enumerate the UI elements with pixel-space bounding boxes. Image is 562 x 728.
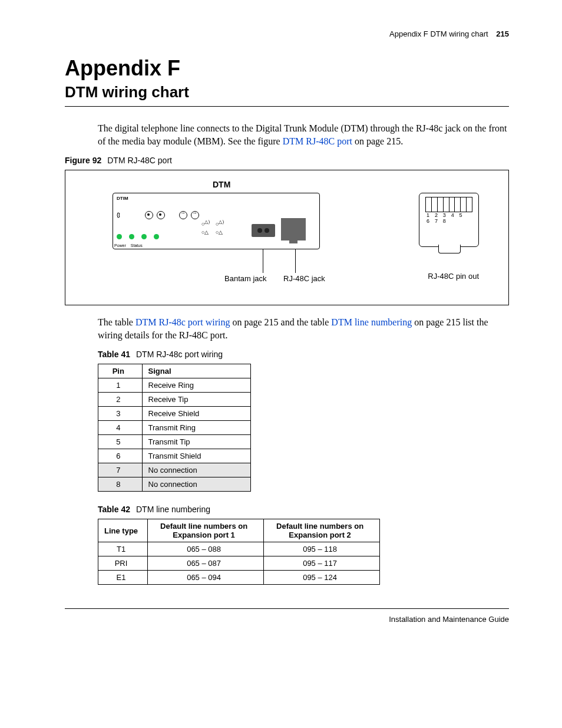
indicator-shapes: ○△)○△) ○△○△	[201, 219, 224, 235]
table-row: 5Transmit Tip	[98, 435, 251, 449]
callout-line	[263, 249, 263, 273]
col-signal: Signal	[142, 364, 250, 378]
table-row: 8No connection	[98, 477, 251, 492]
led-icon	[154, 234, 159, 239]
figure-92-caption: Figure 92DTM RJ-48C port	[65, 156, 509, 165]
xref-table-41[interactable]: DTM RJ-48c port wiring	[135, 317, 230, 327]
figure-dtm-label: DTM	[213, 180, 230, 189]
col-linetype: Line type	[98, 519, 148, 542]
table-41: Pin Signal 1Receive Ring2Receive Tip3Rec…	[98, 364, 251, 492]
callout-line	[295, 249, 296, 273]
port-arrow-icon	[191, 211, 199, 219]
title-rule	[65, 106, 509, 107]
running-header: Appendix F DTM wiring chart 215	[65, 29, 509, 38]
port-icon	[157, 211, 165, 219]
table-42-caption: Table 42DTM line numbering	[98, 505, 509, 514]
xref-dtm-rj48c-port[interactable]: DTM RJ-48C port	[283, 136, 352, 146]
footer-text: Installation and Maintenance Guide	[65, 615, 509, 624]
figure-92-box: DTM DTIM ○△)○△) ○△○△	[65, 170, 509, 305]
intro-paragraph-1: The digital telephone line connects to t…	[98, 122, 509, 147]
col-exp2: Default line numbers on Expansion port 2	[264, 519, 380, 542]
table-41-caption: Table 41DTM RJ-48c port wiring	[98, 350, 509, 359]
appendix-subtitle: DTM wiring chart	[65, 83, 509, 101]
table-row: 4Transmit Ring	[98, 421, 251, 435]
rj48c-pinout-icon: 1 2 3 4 5 6 7 8	[419, 193, 479, 247]
port-icon	[145, 211, 153, 219]
xref-table-42[interactable]: DTM line numbering	[331, 317, 412, 327]
rj48c-jack-icon	[281, 218, 306, 241]
callout-rj48c-jack: RJ-48C jack	[283, 274, 325, 283]
table-42: Line type Default line numbers on Expans…	[98, 519, 380, 585]
table-row: 2Receive Tip	[98, 393, 251, 407]
page-number: 215	[496, 29, 509, 38]
footer-rule	[65, 608, 509, 609]
intro-paragraph-2: The table DTM RJ-48c port wiring on page…	[98, 316, 509, 341]
table-row: 3Receive Shield	[98, 407, 251, 421]
table-row: PRI065 – 087095 – 117	[98, 556, 380, 571]
bantam-jack-icon	[252, 224, 275, 237]
port-arrow-icon	[179, 211, 187, 219]
col-pin: Pin	[98, 364, 143, 378]
table-row: 1Receive Ring	[98, 378, 251, 393]
table-row: T1065 – 088095 – 118	[98, 542, 380, 556]
table-row: 6Transmit Shield	[98, 449, 251, 463]
led-icon	[129, 234, 134, 239]
led-icon	[117, 234, 122, 239]
callout-bantam-jack: Bantam jack	[224, 274, 267, 283]
led-icon	[141, 234, 147, 239]
appendix-heading: Appendix F	[65, 56, 509, 81]
table-row: E1065 – 094095 – 124	[98, 571, 380, 585]
table-row: 7No connection	[98, 463, 251, 477]
dtm-module-icon: DTIM ○△)○△) ○△○△ Power	[113, 193, 320, 249]
col-exp1: Default line numbers on Expansion port 1	[148, 519, 264, 542]
handset-icon	[117, 212, 124, 219]
running-title: Appendix F DTM wiring chart	[389, 29, 488, 38]
callout-rj48c-pinout: RJ-48C pin out	[428, 272, 479, 281]
